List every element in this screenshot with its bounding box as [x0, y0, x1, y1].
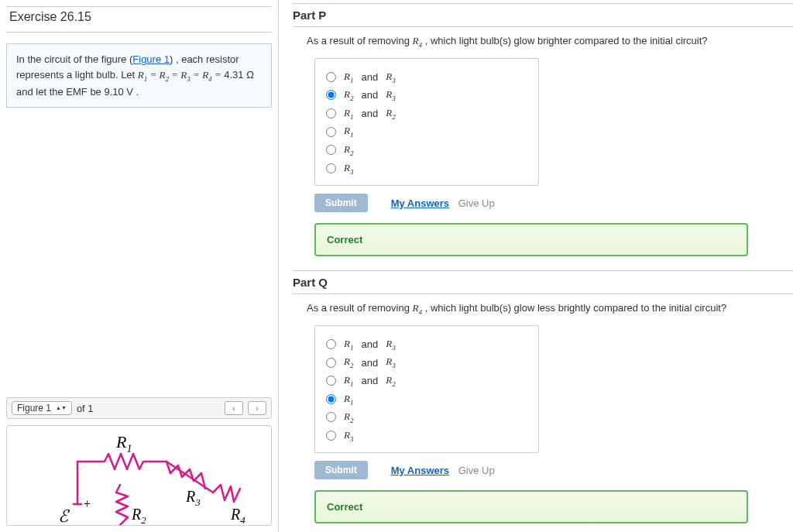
- part-q-submit-button[interactable]: Submit: [314, 461, 368, 479]
- radio-input[interactable]: [326, 376, 336, 386]
- part-q-give-up-link[interactable]: Give Up: [458, 465, 495, 476]
- figure-link[interactable]: Figure 1: [132, 53, 170, 65]
- radio-input[interactable]: [326, 339, 336, 349]
- circuit-diagram: R1 R2 R3 R4 ℰ +: [31, 431, 248, 526]
- radio-input[interactable]: [326, 90, 336, 100]
- r2-label: R2: [131, 506, 146, 526]
- figure-of-text: of 1: [77, 403, 94, 414]
- figure-select[interactable]: Figure 1 ▲▼: [12, 401, 72, 415]
- stepper-icon: ▲▼: [56, 406, 67, 410]
- part-q-option-2[interactable]: R1 and R2: [326, 372, 527, 390]
- radio-input[interactable]: [326, 163, 336, 173]
- part-q: Part Q As a result of removing R4 , whic…: [293, 270, 793, 523]
- figure-select-label: Figure 1: [17, 403, 51, 414]
- intro-box: In the circuit of the figure (Figure 1) …: [6, 43, 272, 108]
- part-q-my-answers-link[interactable]: My Answers: [391, 465, 449, 476]
- part-p-title: Part P: [293, 3, 793, 27]
- part-q-option-4[interactable]: R2: [326, 408, 527, 427]
- part-q-option-1[interactable]: R2 and R3: [326, 353, 527, 372]
- r1-label: R1: [115, 432, 132, 455]
- part-p-option-0[interactable]: R1 and R3: [326, 68, 527, 87]
- figure-toolbar: Figure 1 ▲▼ of 1 ‹ ›: [6, 397, 272, 419]
- part-p-correct-banner: Correct: [314, 223, 748, 256]
- part-p-option-1[interactable]: R2 and R3: [326, 86, 527, 105]
- part-q-option-3[interactable]: R1: [326, 390, 527, 409]
- part-p-my-answers-link[interactable]: My Answers: [391, 197, 449, 209]
- radio-input[interactable]: [326, 72, 336, 82]
- part-p-question: As a result of removing R4 , which light…: [293, 27, 793, 58]
- figure-next-button[interactable]: ›: [248, 401, 266, 415]
- part-p-option-4[interactable]: R2: [326, 141, 527, 160]
- part-p-button-row: Submit My Answers Give Up: [314, 194, 793, 212]
- part-p-option-5[interactable]: R3: [326, 160, 527, 178]
- radio-input[interactable]: [326, 431, 336, 441]
- figure-canvas: R1 R2 R3 R4 ℰ +: [6, 425, 272, 526]
- figure-prev-button[interactable]: ‹: [225, 401, 243, 415]
- part-q-option-0[interactable]: R1 and R3: [326, 335, 527, 354]
- r4-label: R4: [230, 506, 245, 526]
- intro-pre: In the circuit of the figure (: [16, 53, 132, 65]
- part-q-correct-banner: Correct: [314, 490, 748, 523]
- part-q-answer-box: R1 and R3 R2 and R3 R1 and R2 R1 R2 R3: [314, 325, 539, 454]
- exercise-title: Exercise 26.15: [6, 6, 272, 33]
- part-p: Part P As a result of removing R4 , whic…: [293, 3, 793, 256]
- part-q-option-5[interactable]: R3: [326, 427, 527, 445]
- plus-label: +: [84, 497, 91, 510]
- radio-input[interactable]: [326, 145, 336, 155]
- part-q-title: Part Q: [293, 270, 793, 294]
- part-q-button-row: Submit My Answers Give Up: [314, 461, 793, 479]
- main-content: Part P As a result of removing R4 , whic…: [279, 0, 793, 532]
- intro-equation: R1 = R2 = R3 = R4 =: [138, 69, 221, 81]
- radio-input[interactable]: [326, 394, 336, 404]
- part-p-option-2[interactable]: R1 and R2: [326, 105, 527, 123]
- part-p-answer-box: R1 and R3 R2 and R3 R1 and R2 R1 R2 R3: [314, 58, 539, 187]
- part-p-submit-button[interactable]: Submit: [314, 194, 368, 212]
- emf-label: ℰ: [58, 506, 70, 526]
- radio-input[interactable]: [326, 108, 336, 118]
- part-p-option-3[interactable]: R1: [326, 122, 527, 141]
- left-sidebar: Exercise 26.15 In the circuit of the fig…: [0, 0, 279, 532]
- radio-input[interactable]: [326, 412, 336, 422]
- radio-input[interactable]: [326, 127, 336, 137]
- radio-input[interactable]: [326, 358, 336, 368]
- part-q-question: As a result of removing R4 , which light…: [293, 294, 793, 325]
- r3-label: R3: [185, 488, 201, 508]
- part-p-give-up-link[interactable]: Give Up: [458, 197, 495, 209]
